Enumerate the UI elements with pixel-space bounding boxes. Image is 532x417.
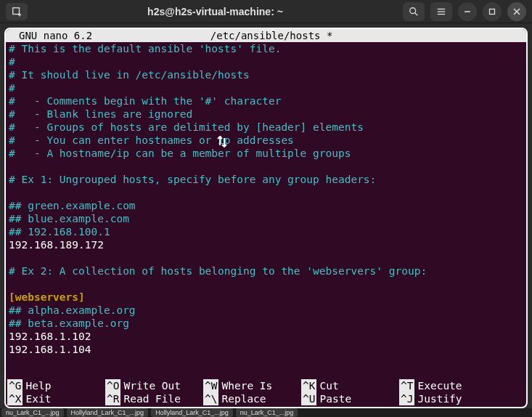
- comment-line: ## 192.168.100.1: [9, 226, 110, 238]
- comment-line: # - You can enter hostnames or ip addres…: [9, 134, 294, 146]
- shortcut-label: Help: [25, 379, 51, 392]
- comment-line: # - A hostname/ip can be a member of mul…: [9, 147, 351, 159]
- nano-program-name: GNU nano 6.2: [9, 29, 92, 42]
- comment-line: # - Blank lines are ignored: [9, 108, 192, 120]
- host-entry: 192.168.1.104: [9, 344, 91, 355]
- minimize-icon: [464, 8, 471, 15]
- comment-line: # It should live in /etc/ansible/hosts: [9, 69, 250, 81]
- hamburger-icon: [436, 7, 446, 17]
- shortcut-label: Where Is: [221, 379, 272, 392]
- new-tab-button[interactable]: [6, 3, 28, 20]
- file-content[interactable]: # This is the default ansible 'hosts' fi…: [6, 42, 526, 356]
- shortcut-key: ^X: [7, 392, 22, 405]
- shortcut-label: Paste: [319, 392, 351, 405]
- comment-line: # - Comments begin with the '#' characte…: [9, 95, 281, 107]
- shortcut-key: ^O: [105, 379, 120, 392]
- svg-point-3: [410, 7, 416, 13]
- shortcut-key: ^J: [399, 392, 414, 405]
- maximize-icon: [488, 8, 496, 15]
- taskbar-item[interactable]: nu_Lark_C1_...jpg: [1, 408, 64, 417]
- taskbar-item[interactable]: Hollyland_Lark_C1_...jpg: [67, 408, 149, 417]
- comment-line: # - Groups of hosts are delimited by [he…: [9, 121, 364, 133]
- taskbar-item[interactable]: nu_Lark_C1_...jpg: [236, 408, 298, 417]
- svg-rect-0: [13, 7, 20, 14]
- taskbar-item-label: nu_Lark_C1_...jpg: [6, 409, 60, 416]
- taskbar-item[interactable]: Hollyland_Lark_C1_...jpg: [151, 408, 233, 417]
- shortcut-label: Cut: [319, 379, 338, 392]
- comment-line: ## green.example.com: [9, 200, 136, 211]
- shortcut-label: Exit: [25, 392, 51, 405]
- taskbar-item-label: nu_Lark_C1_...jpg: [240, 409, 294, 416]
- taskbar-item-label: Hollyland_Lark_C1_...jpg: [71, 409, 144, 416]
- host-entry: 192.168.1.102: [9, 331, 91, 342]
- close-icon: [513, 8, 520, 15]
- svg-line-4: [415, 12, 418, 15]
- shortcut-key: ^\: [203, 392, 218, 405]
- shortcut-key: ^R: [105, 392, 120, 405]
- search-button[interactable]: [403, 2, 425, 21]
- nano-header-bar: GNU nano 6.2 /etc/ansible/hosts *: [6, 29, 526, 42]
- shortcut-label: Execute: [417, 379, 462, 392]
- minimize-button[interactable]: [458, 2, 477, 21]
- comment-line: ## alpha.example.org: [9, 304, 136, 316]
- comment-line: # Ex 2: A collection of hosts belonging …: [9, 265, 427, 277]
- shortcut-label: Write Out: [123, 379, 181, 392]
- nano-filename: /etc/ansible/hosts *: [92, 29, 523, 42]
- comment-line: # This is the default ansible 'hosts' fi…: [9, 43, 281, 54]
- shortcut-label: Justify: [417, 392, 462, 405]
- shortcut-key: ^T: [399, 379, 414, 392]
- shortcut-label: Read File: [123, 392, 181, 405]
- comment-line: #: [9, 82, 15, 94]
- comment-line: #: [9, 56, 15, 68]
- host-entry: 192.168.189.172: [9, 239, 104, 251]
- comment-line: ## blue.example.com: [9, 213, 129, 224]
- maximize-button[interactable]: [483, 2, 502, 21]
- search-icon: [409, 7, 419, 17]
- desktop-taskbar: nu_Lark_C1_...jpg Hollyland_Lark_C1_...j…: [0, 408, 532, 417]
- shortcut-key: ^G: [7, 379, 22, 392]
- shortcut-key: ^U: [301, 392, 316, 405]
- comment-line: # Ex 1: Ungrouped hosts, specify before …: [9, 174, 376, 185]
- close-button[interactable]: [507, 2, 526, 21]
- shortcut-key: ^K: [301, 379, 316, 392]
- terminal-editor[interactable]: GNU nano 6.2 /etc/ansible/hosts * # This…: [4, 28, 528, 408]
- new-tab-icon: [12, 7, 22, 17]
- nano-shortcut-bar: ^GHelp ^OWrite Out ^WWhere Is ^KCut ^TEx…: [6, 379, 526, 407]
- window-titlebar: h2s@h2s-virtual-machine: ~: [0, 0, 532, 23]
- window-title: h2s@h2s-virtual-machine: ~: [28, 6, 403, 17]
- shortcut-label: Replace: [221, 392, 266, 405]
- shortcut-key: ^W: [203, 379, 218, 392]
- menu-button[interactable]: [430, 2, 452, 21]
- taskbar-item-label: Hollyland_Lark_C1_...jpg: [155, 409, 229, 416]
- comment-line: ## beta.example.org: [9, 317, 129, 329]
- section-header: [webservers]: [9, 291, 85, 303]
- svg-rect-9: [490, 9, 495, 14]
